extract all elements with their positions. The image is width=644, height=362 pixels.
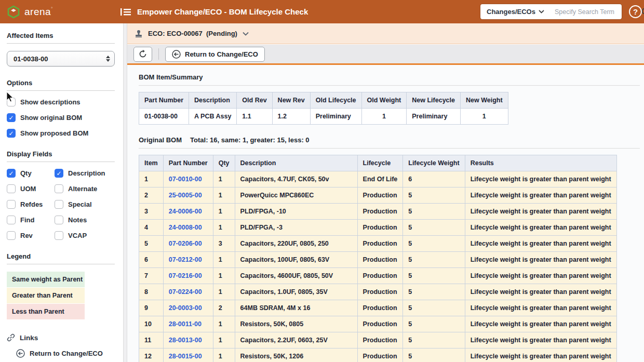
- bom-cell: PLD/FPGA, -3: [235, 220, 357, 236]
- toolbar: Return to Change/ECO: [127, 45, 644, 63]
- bom-cell: Production: [357, 204, 403, 220]
- table-row: 920-0003-00264MB SDRAM, 4M x 16Productio…: [139, 300, 617, 316]
- affected-items-select[interactable]: 01-0038-00: [7, 51, 115, 66]
- part-number-link[interactable]: 24-0006-00: [163, 204, 213, 220]
- content-panel: BOM Item/Summary Part NumberDescriptionO…: [127, 63, 644, 362]
- part-number-link[interactable]: 25-0005-00: [163, 187, 213, 204]
- option-show-original-bom[interactable]: ✓Show original BOM: [7, 113, 115, 122]
- checkbox-checked-icon[interactable]: ✓: [7, 129, 16, 138]
- bom-cell: Production: [357, 252, 403, 268]
- column-header: Description: [189, 92, 237, 109]
- table-row: 1028-0011-001Resistors, 50K, 0805Product…: [139, 316, 617, 332]
- table-header-row: ItemPart NumberQtyDescriptionLifecycleLi…: [139, 155, 617, 171]
- column-header: New Lifecycle: [407, 92, 461, 109]
- checkbox-unchecked-icon[interactable]: [55, 200, 63, 209]
- field-find[interactable]: Find: [7, 216, 55, 224]
- bom-cell: Capacitors, 220UF, 0805, 250: [235, 236, 357, 252]
- bom-cell: Lifecycle weight is greater than parent …: [465, 236, 616, 252]
- search-scope-dropdown[interactable]: Changes/ECOs: [480, 8, 549, 16]
- arena-logo[interactable]: arena°: [0, 5, 116, 19]
- field-refdes[interactable]: Refdes: [7, 200, 55, 209]
- checkbox-checked-icon[interactable]: ✓: [55, 169, 63, 178]
- eco-header-bar[interactable]: ECO: ECO-00067 (Pending): [127, 23, 644, 44]
- column-header: New Weight: [460, 92, 508, 109]
- bom-cell: 1: [213, 252, 235, 268]
- bom-cell: Production: [357, 220, 403, 236]
- link-return-to-change-eco[interactable]: Return to Change/ECO: [16, 349, 115, 358]
- chevron-down-icon[interactable]: [243, 32, 249, 36]
- checkbox-unchecked-icon[interactable]: [7, 98, 16, 106]
- column-header: Old Lifecycle: [310, 92, 361, 109]
- bom-cell: 1: [139, 171, 164, 187]
- checkbox-checked-icon[interactable]: ✓: [7, 169, 16, 178]
- field-vcap[interactable]: VCAP: [55, 231, 115, 240]
- bom-cell: Lifecycle weight is greater than parent …: [465, 348, 616, 362]
- divider: [7, 90, 115, 91]
- table-row: 507-0206-003Capacitors, 220UF, 0805, 250…: [139, 236, 617, 252]
- bom-cell: 10: [139, 316, 164, 332]
- option-show-proposed-bom[interactable]: ✓Show proposed BOM: [7, 129, 115, 138]
- part-number-link[interactable]: 07-0206-00: [163, 236, 213, 252]
- bom-cell: Production: [357, 284, 403, 300]
- bom-cell: Lifecycle weight is greater than parent …: [465, 252, 616, 268]
- bom-cell: Lifecycle weight is greater than parent …: [465, 300, 616, 316]
- checkbox-unchecked-icon[interactable]: [7, 200, 16, 209]
- checkbox-unchecked-icon[interactable]: [55, 184, 63, 193]
- original-bom-totals: Total: 16, same: 1, greater: 15, less: 0: [190, 136, 310, 144]
- field-description[interactable]: ✓Description: [55, 169, 115, 178]
- legend-title: Legend: [7, 252, 115, 260]
- checkbox-label: Notes: [68, 216, 87, 224]
- divider: [7, 264, 115, 264]
- toolbar-divider: [158, 48, 159, 60]
- checkbox-label: Alternate: [68, 185, 97, 193]
- bom-cell: Lifecycle weight is greater than parent …: [465, 171, 616, 187]
- part-number-link[interactable]: 28-0013-00: [163, 332, 213, 348]
- option-show-descriptions[interactable]: Show descriptions: [7, 98, 115, 106]
- menu-icon[interactable]: [120, 8, 131, 16]
- bom-cell: 1: [213, 348, 235, 362]
- arrow-left-circle-icon: [172, 50, 181, 59]
- part-number-link[interactable]: 24-0008-00: [163, 220, 213, 236]
- bom-cell: 5: [403, 204, 465, 220]
- part-number-link[interactable]: 07-0216-00: [163, 268, 213, 284]
- checkbox-unchecked-icon[interactable]: [55, 216, 63, 224]
- checkbox-label: Rev: [20, 232, 33, 239]
- part-number-link[interactable]: 28-0011-00: [163, 316, 213, 332]
- field-special[interactable]: Special: [55, 200, 115, 209]
- global-search: Changes/ECOs: [480, 4, 622, 19]
- bom-cell: Capacitors, 2.2UF, 0603, 25V: [235, 332, 357, 348]
- part-number-link[interactable]: 07-0212-00: [163, 252, 213, 268]
- checkbox-label: UOM: [20, 185, 36, 193]
- field-qty[interactable]: ✓Qty: [7, 169, 55, 178]
- sidebar-scrollbar[interactable]: [123, 23, 127, 362]
- part-number-link[interactable]: 07-0010-00: [163, 171, 213, 187]
- search-input[interactable]: [549, 8, 641, 16]
- divider: [7, 43, 115, 44]
- bom-cell: Resistors, 50K, 0805: [235, 316, 357, 332]
- part-number-link[interactable]: 20-0003-00: [163, 300, 213, 316]
- checkbox-checked-icon[interactable]: ✓: [7, 113, 16, 122]
- field-notes[interactable]: Notes: [55, 216, 115, 224]
- checkbox-unchecked-icon[interactable]: [7, 184, 16, 193]
- refresh-button[interactable]: [133, 47, 152, 62]
- part-number-link[interactable]: 07-0224-00: [163, 284, 213, 300]
- bom-cell: Capacitors, 4.7UF, CK05, 50v: [235, 171, 357, 187]
- checkbox-unchecked-icon[interactable]: [7, 231, 16, 240]
- stamp-icon: [135, 30, 143, 38]
- column-header: Results: [465, 155, 616, 171]
- bom-cell: 5: [403, 220, 465, 236]
- display-fields-grid: ✓Qty✓DescriptionUOMAlternateRefdesSpecia…: [7, 162, 115, 240]
- field-rev[interactable]: Rev: [7, 231, 55, 240]
- summary-cell: 1.2: [272, 109, 310, 125]
- checkbox-unchecked-icon[interactable]: [7, 216, 16, 224]
- field-uom[interactable]: UOM: [7, 184, 55, 193]
- bom-cell: Lifecycle weight is greater than parent …: [465, 268, 616, 284]
- bom-cell: 3: [213, 236, 235, 252]
- help-icon[interactable]: ?: [629, 5, 642, 18]
- part-number-link[interactable]: 28-0015-00: [163, 348, 213, 362]
- bom-cell: Lifecycle weight is greater than parent …: [465, 187, 616, 204]
- bom-cell: 1: [213, 316, 235, 332]
- field-alternate[interactable]: Alternate: [55, 184, 115, 193]
- return-to-change-button[interactable]: Return to Change/ECO: [165, 47, 265, 62]
- checkbox-unchecked-icon[interactable]: [55, 231, 63, 240]
